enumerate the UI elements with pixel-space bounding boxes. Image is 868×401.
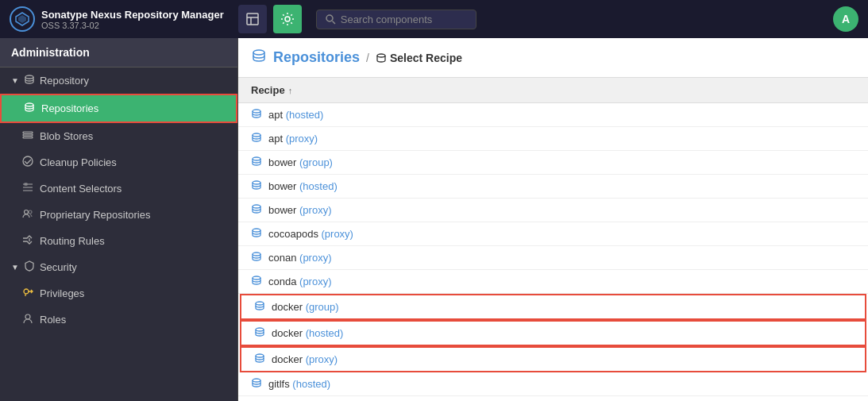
sidebar-item-blob-stores-label: Blob Stores [40, 130, 93, 142]
svg-marker-1 [18, 15, 26, 23]
row-db-icon [251, 179, 262, 193]
table-row[interactable]: docker (group) [240, 294, 866, 320]
table-row[interactable]: conda (proxy) [238, 270, 868, 294]
row-text-blue[interactable]: (hosted) [292, 378, 330, 390]
row-text-black: bower [268, 156, 299, 168]
svg-rect-10 [23, 132, 33, 133]
table-row[interactable]: cocoapods (proxy) [238, 222, 868, 246]
sidebar-item-privileges[interactable]: Privileges [0, 280, 237, 307]
row-label[interactable]: cocoapods (proxy) [268, 228, 353, 240]
sidebar-item-repositories[interactable]: Repositories [0, 94, 237, 123]
app-subtitle: OSS 3.37.3-02 [41, 21, 224, 30]
table-row[interactable]: bower (group) [238, 151, 868, 175]
repositories-icon [24, 102, 35, 115]
row-text-blue[interactable]: (proxy) [299, 252, 331, 264]
row-label[interactable]: docker (group) [272, 301, 339, 313]
table-header: Recipe ↑ [238, 78, 868, 103]
breadcrumb-icon [251, 48, 267, 67]
row-text-blue[interactable]: (hosted) [306, 327, 344, 339]
navbar-right: A [833, 6, 858, 32]
search-input[interactable] [341, 13, 468, 25]
row-db-icon [254, 326, 265, 340]
app-logo [10, 6, 35, 32]
svg-point-18 [24, 289, 29, 294]
sidebar-item-proprietary-repos-label: Proprietary Repositories [40, 209, 150, 221]
privileges-icon [22, 287, 33, 300]
row-db-icon [251, 156, 262, 169]
avatar[interactable]: A [833, 6, 858, 32]
table-row[interactable]: apt (hosted) [238, 103, 868, 127]
table-row[interactable]: apt (proxy) [238, 127, 868, 151]
chevron-down-icon-security: ▼ [11, 263, 19, 272]
sidebar-item-content-selectors[interactable]: Content Selectors [0, 175, 237, 202]
row-label[interactable]: conan (proxy) [268, 252, 332, 264]
svg-point-21 [377, 54, 385, 57]
row-label[interactable]: bower (proxy) [268, 204, 331, 216]
svg-point-20 [253, 50, 264, 55]
row-text-black: docker [272, 301, 306, 313]
browse-button[interactable] [238, 5, 267, 33]
row-text-black: docker [272, 353, 306, 365]
svg-point-19 [25, 314, 30, 319]
row-label[interactable]: bower (group) [268, 156, 333, 168]
sidebar-item-privileges-label: Privileges [40, 287, 84, 299]
row-text-blue[interactable]: (group) [299, 156, 333, 168]
svg-point-16 [29, 210, 32, 214]
table-row[interactable]: conan (proxy) [238, 246, 868, 270]
row-label[interactable]: docker (hosted) [272, 327, 343, 339]
settings-button[interactable] [273, 5, 302, 33]
search-bar[interactable] [316, 10, 476, 29]
row-text-blue[interactable]: (group) [306, 301, 339, 313]
row-label[interactable]: bower (hosted) [268, 180, 338, 192]
row-db-icon [251, 203, 262, 217]
sidebar: Administration ▼ Repository [0, 38, 238, 401]
search-icon [325, 13, 336, 25]
content-selectors-icon [22, 182, 33, 195]
table-row[interactable]: go (group) [238, 396, 868, 401]
table-row[interactable]: bower (hosted) [238, 175, 868, 199]
sidebar-item-routing-rules[interactable]: Routing Rules [0, 228, 237, 254]
svg-point-6 [326, 15, 333, 21]
row-text-blue[interactable]: (proxy) [306, 353, 338, 365]
svg-point-33 [253, 379, 260, 382]
table-row[interactable]: docker (hosted) [240, 320, 866, 346]
row-text-blue[interactable]: (proxy) [286, 133, 318, 145]
svg-point-29 [253, 276, 260, 280]
row-label[interactable]: conda (proxy) [268, 276, 332, 287]
nav-icons [238, 5, 302, 33]
table-row[interactable]: docker (proxy) [240, 346, 866, 372]
svg-point-30 [256, 302, 264, 305]
table-row[interactable]: bower (proxy) [238, 199, 868, 222]
sidebar-section-repository-label: Repository [40, 75, 89, 87]
svg-rect-12 [23, 137, 33, 138]
row-text-blue[interactable]: (hosted) [286, 109, 324, 121]
row-label[interactable]: docker (proxy) [272, 353, 338, 365]
sidebar-item-proprietary-repos[interactable]: Proprietary Repositories [0, 202, 237, 228]
roles-icon [22, 313, 33, 326]
svg-point-31 [256, 328, 264, 331]
breadcrumb: Repositories / Select Recipe [238, 38, 868, 78]
sort-icon: ↑ [288, 86, 293, 95]
row-label[interactable]: apt (proxy) [268, 133, 318, 145]
svg-point-32 [256, 354, 264, 357]
row-text-blue[interactable]: (proxy) [322, 228, 353, 240]
svg-point-25 [253, 181, 260, 184]
svg-rect-11 [23, 134, 33, 136]
row-db-icon [254, 353, 265, 366]
routing-rules-icon [22, 234, 33, 248]
row-text-blue[interactable]: (proxy) [299, 276, 331, 287]
table-row[interactable]: gitlfs (hosted) [238, 372, 868, 396]
row-label[interactable]: apt (hosted) [268, 109, 323, 121]
chevron-down-icon: ▼ [11, 76, 19, 85]
row-label[interactable]: gitlfs (hosted) [268, 378, 330, 390]
sidebar-item-blob-stores[interactable]: Blob Stores [0, 123, 237, 149]
sidebar-item-roles[interactable]: Roles [0, 307, 237, 333]
sidebar-section-security[interactable]: ▼ Security [0, 254, 237, 280]
row-text-black: apt [268, 133, 286, 145]
row-db-icon [251, 251, 262, 264]
sidebar-item-cleanup-policies[interactable]: Cleanup Policies [0, 149, 237, 175]
sidebar-section-repository[interactable]: ▼ Repository [0, 67, 237, 94]
navbar: Sonatype Nexus Repository Manager OSS 3.… [0, 0, 868, 38]
row-text-blue[interactable]: (proxy) [299, 204, 331, 216]
row-text-blue[interactable]: (hosted) [299, 180, 338, 192]
